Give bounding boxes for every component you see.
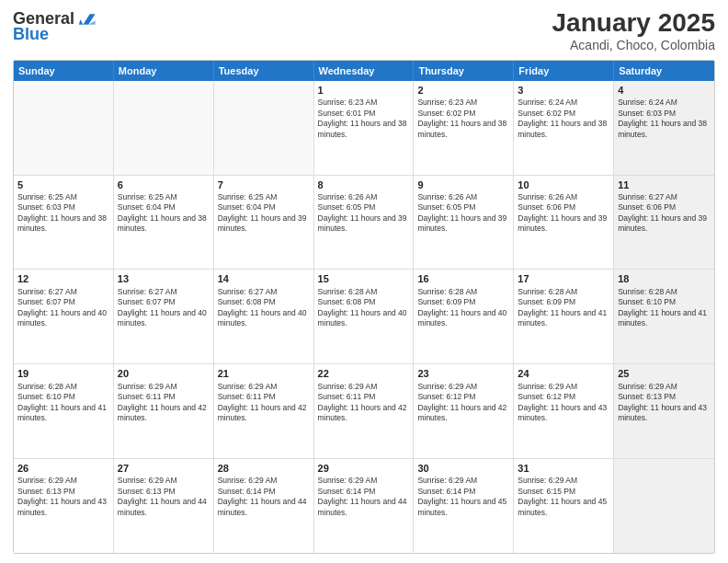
page-title: January 2025 [552, 9, 715, 38]
day-number: 23 [417, 367, 509, 380]
day-info: Sunrise: 6:27 AM Sunset: 6:07 PM Dayligh… [118, 287, 210, 329]
calendar-cell: 25Sunrise: 6:29 AM Sunset: 6:13 PM Dayli… [614, 364, 714, 458]
calendar-cell: 24Sunrise: 6:29 AM Sunset: 6:12 PM Dayli… [514, 364, 614, 458]
day-number: 2 [417, 84, 509, 97]
day-info: Sunrise: 6:28 AM Sunset: 6:09 PM Dayligh… [417, 287, 509, 329]
day-info: Sunrise: 6:29 AM Sunset: 6:11 PM Dayligh… [218, 382, 310, 424]
calendar-cell: 20Sunrise: 6:29 AM Sunset: 6:11 PM Dayli… [114, 364, 214, 458]
day-number: 6 [118, 178, 210, 191]
calendar-header: SundayMondayTuesdayWednesdayThursdayFrid… [14, 61, 714, 81]
day-number: 1 [318, 84, 410, 97]
calendar-row: 5Sunrise: 6:25 AM Sunset: 6:03 PM Daylig… [14, 176, 714, 270]
calendar-row: 26Sunrise: 6:29 AM Sunset: 6:13 PM Dayli… [14, 459, 714, 553]
day-number: 29 [318, 462, 410, 475]
day-info: Sunrise: 6:25 AM Sunset: 6:03 PM Dayligh… [17, 192, 109, 235]
day-info: Sunrise: 6:29 AM Sunset: 6:12 PM Dayligh… [518, 382, 609, 424]
day-info: Sunrise: 6:29 AM Sunset: 6:13 PM Dayligh… [118, 476, 210, 518]
day-number: 18 [618, 272, 711, 285]
day-number: 8 [318, 178, 410, 191]
day-number: 30 [417, 462, 509, 475]
day-number: 24 [518, 367, 609, 380]
day-info: Sunrise: 6:25 AM Sunset: 6:04 PM Dayligh… [118, 192, 210, 235]
day-info: Sunrise: 6:24 AM Sunset: 6:03 PM Dayligh… [618, 98, 711, 140]
weekday-header: Sunday [14, 61, 114, 81]
calendar-cell: 1Sunrise: 6:23 AM Sunset: 6:01 PM Daylig… [314, 81, 415, 175]
day-info: Sunrise: 6:27 AM Sunset: 6:07 PM Dayligh… [17, 287, 109, 329]
day-info: Sunrise: 6:28 AM Sunset: 6:10 PM Dayligh… [618, 287, 711, 329]
calendar-cell: 17Sunrise: 6:28 AM Sunset: 6:09 PM Dayli… [514, 270, 614, 363]
day-info: Sunrise: 6:29 AM Sunset: 6:13 PM Dayligh… [17, 476, 109, 518]
day-info: Sunrise: 6:26 AM Sunset: 6:05 PM Dayligh… [417, 192, 509, 235]
day-number: 7 [218, 178, 310, 191]
calendar-cell [114, 81, 214, 175]
day-number: 16 [417, 272, 509, 285]
day-info: Sunrise: 6:28 AM Sunset: 6:08 PM Dayligh… [318, 287, 410, 329]
calendar-cell: 7Sunrise: 6:25 AM Sunset: 6:04 PM Daylig… [214, 176, 314, 270]
calendar-cell [14, 81, 114, 175]
day-number: 4 [618, 84, 711, 97]
calendar-cell: 9Sunrise: 6:26 AM Sunset: 6:05 PM Daylig… [414, 176, 514, 270]
day-info: Sunrise: 6:25 AM Sunset: 6:04 PM Dayligh… [218, 192, 310, 235]
weekday-header: Wednesday [314, 61, 415, 81]
day-info: Sunrise: 6:29 AM Sunset: 6:11 PM Dayligh… [118, 382, 210, 424]
page: General Blue January 2025 Acandi, Choco,… [0, 0, 728, 563]
calendar-row: 12Sunrise: 6:27 AM Sunset: 6:07 PM Dayli… [14, 270, 714, 364]
day-number: 3 [518, 84, 609, 97]
logo: General Blue [13, 9, 97, 44]
weekday-header: Friday [514, 61, 614, 81]
day-info: Sunrise: 6:29 AM Sunset: 6:14 PM Dayligh… [318, 476, 410, 518]
calendar-cell: 8Sunrise: 6:26 AM Sunset: 6:05 PM Daylig… [314, 176, 415, 270]
day-info: Sunrise: 6:24 AM Sunset: 6:02 PM Dayligh… [518, 98, 609, 140]
calendar-cell: 18Sunrise: 6:28 AM Sunset: 6:10 PM Dayli… [614, 270, 714, 363]
day-number: 31 [518, 462, 609, 475]
weekday-header: Monday [114, 61, 214, 81]
day-info: Sunrise: 6:23 AM Sunset: 6:01 PM Dayligh… [318, 98, 410, 140]
calendar-cell: 27Sunrise: 6:29 AM Sunset: 6:13 PM Dayli… [114, 459, 214, 553]
day-number: 17 [518, 272, 609, 285]
day-number: 13 [118, 272, 210, 285]
calendar-cell: 19Sunrise: 6:28 AM Sunset: 6:10 PM Dayli… [14, 364, 114, 458]
calendar-cell: 22Sunrise: 6:29 AM Sunset: 6:11 PM Dayli… [314, 364, 415, 458]
weekday-header: Thursday [414, 61, 514, 81]
day-info: Sunrise: 6:29 AM Sunset: 6:13 PM Dayligh… [618, 382, 711, 424]
header: General Blue January 2025 Acandi, Choco,… [13, 9, 715, 52]
day-info: Sunrise: 6:29 AM Sunset: 6:14 PM Dayligh… [417, 476, 509, 518]
calendar-cell: 13Sunrise: 6:27 AM Sunset: 6:07 PM Dayli… [114, 270, 214, 363]
day-info: Sunrise: 6:29 AM Sunset: 6:15 PM Dayligh… [518, 476, 609, 518]
calendar-cell: 16Sunrise: 6:28 AM Sunset: 6:09 PM Dayli… [414, 270, 514, 363]
day-number: 5 [17, 178, 109, 191]
calendar-cell: 12Sunrise: 6:27 AM Sunset: 6:07 PM Dayli… [14, 270, 114, 363]
day-number: 27 [118, 462, 210, 475]
day-info: Sunrise: 6:28 AM Sunset: 6:09 PM Dayligh… [518, 287, 609, 329]
calendar-cell: 2Sunrise: 6:23 AM Sunset: 6:02 PM Daylig… [414, 81, 514, 175]
day-info: Sunrise: 6:29 AM Sunset: 6:11 PM Dayligh… [318, 382, 410, 424]
calendar-cell: 6Sunrise: 6:25 AM Sunset: 6:04 PM Daylig… [114, 176, 214, 270]
day-info: Sunrise: 6:29 AM Sunset: 6:14 PM Dayligh… [218, 476, 310, 518]
calendar-cell: 28Sunrise: 6:29 AM Sunset: 6:14 PM Dayli… [214, 459, 314, 553]
calendar-cell: 21Sunrise: 6:29 AM Sunset: 6:11 PM Dayli… [214, 364, 314, 458]
day-number: 9 [417, 178, 509, 191]
day-info: Sunrise: 6:28 AM Sunset: 6:10 PM Dayligh… [17, 382, 109, 424]
day-info: Sunrise: 6:26 AM Sunset: 6:05 PM Dayligh… [318, 192, 410, 235]
calendar-cell [614, 459, 714, 553]
weekday-header: Saturday [614, 61, 714, 81]
day-info: Sunrise: 6:27 AM Sunset: 6:06 PM Dayligh… [618, 192, 711, 235]
day-number: 26 [17, 462, 109, 475]
calendar-cell: 4Sunrise: 6:24 AM Sunset: 6:03 PM Daylig… [614, 81, 714, 175]
calendar-cell [214, 81, 314, 175]
day-number: 11 [618, 178, 711, 191]
day-info: Sunrise: 6:27 AM Sunset: 6:08 PM Dayligh… [218, 287, 310, 329]
weekday-header: Tuesday [214, 61, 314, 81]
calendar-row: 1Sunrise: 6:23 AM Sunset: 6:01 PM Daylig… [14, 81, 714, 176]
day-info: Sunrise: 6:29 AM Sunset: 6:12 PM Dayligh… [417, 382, 509, 424]
calendar-cell: 14Sunrise: 6:27 AM Sunset: 6:08 PM Dayli… [214, 270, 314, 363]
calendar-cell: 31Sunrise: 6:29 AM Sunset: 6:15 PM Dayli… [514, 459, 614, 553]
day-number: 10 [518, 178, 609, 191]
day-number: 25 [618, 367, 711, 380]
day-number: 14 [218, 272, 310, 285]
day-number: 21 [218, 367, 310, 380]
calendar: SundayMondayTuesdayWednesdayThursdayFrid… [13, 60, 715, 554]
day-number: 12 [17, 272, 109, 285]
calendar-cell: 26Sunrise: 6:29 AM Sunset: 6:13 PM Dayli… [14, 459, 114, 553]
calendar-cell: 10Sunrise: 6:26 AM Sunset: 6:06 PM Dayli… [514, 176, 614, 270]
